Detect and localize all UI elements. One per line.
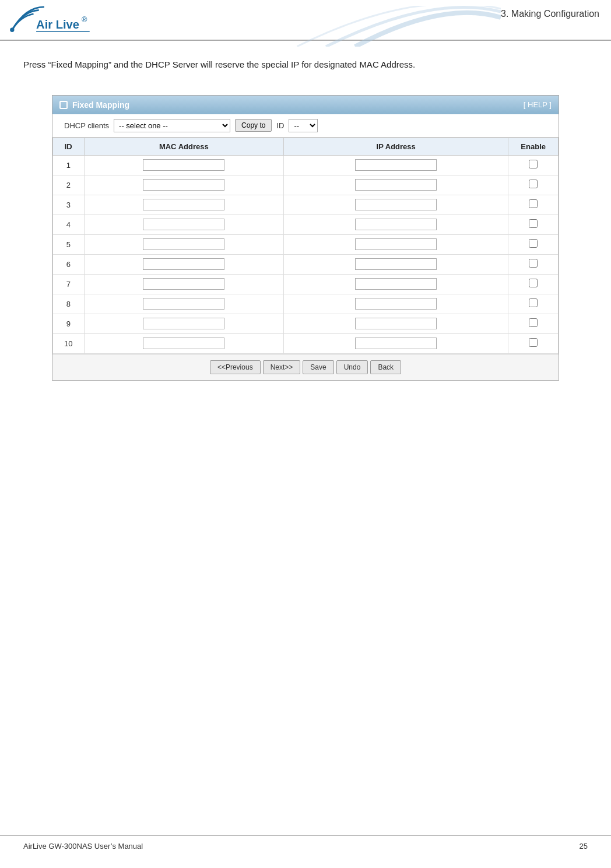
row-mac-6 [84, 254, 284, 274]
row-ip-6 [284, 254, 508, 274]
row-enable-6 [508, 254, 559, 274]
row-id-10: 10 [53, 333, 85, 353]
row-mac-8 [84, 294, 284, 314]
row-mac-7 [84, 274, 284, 294]
row-ip-3 [284, 195, 508, 215]
row-id-2: 2 [53, 175, 85, 195]
ip-input-1[interactable] [355, 159, 437, 171]
copy-to-button[interactable]: Copy to [235, 119, 272, 132]
mac-input-9[interactable] [143, 318, 224, 329]
row-id-6: 6 [53, 254, 85, 274]
save-button[interactable]: Save [303, 360, 333, 374]
enable-checkbox-9[interactable] [529, 318, 538, 327]
table-row: 10 [53, 333, 559, 353]
footer-manual-text: AirLive GW-300NAS User’s Manual [23, 842, 143, 851]
mac-input-10[interactable] [143, 338, 224, 349]
table-row: 3 [53, 195, 559, 215]
row-ip-9 [284, 314, 508, 333]
help-link[interactable]: [ HELP ] [524, 100, 552, 109]
row-ip-8 [284, 294, 508, 314]
data-table: ID MAC Address IP Address Enable 1234567… [52, 138, 559, 354]
row-enable-5 [508, 234, 559, 254]
col-enable-header: Enable [508, 138, 559, 155]
col-mac-header: MAC Address [84, 138, 284, 155]
id-select[interactable]: -- [289, 119, 318, 132]
enable-checkbox-3[interactable] [529, 199, 538, 208]
table-row: 8 [53, 294, 559, 314]
row-mac-2 [84, 175, 284, 195]
enable-checkbox-4[interactable] [529, 219, 538, 228]
dhcp-label: DHCP clients [64, 121, 109, 130]
ip-input-9[interactable] [355, 318, 437, 329]
table-row: 7 [53, 274, 559, 294]
row-id-8: 8 [53, 294, 85, 314]
ip-input-5[interactable] [355, 238, 437, 250]
svg-text:Air Live: Air Live [36, 18, 79, 31]
mac-input-6[interactable] [143, 258, 224, 270]
enable-checkbox-10[interactable] [529, 338, 538, 347]
dhcp-bar: DHCP clients -- select one -- Copy to ID… [52, 114, 559, 138]
row-ip-1 [284, 155, 508, 175]
fixed-mapping-widget: Fixed Mapping [ HELP ] DHCP clients -- s… [52, 95, 559, 381]
row-enable-2 [508, 175, 559, 195]
mac-input-5[interactable] [143, 238, 224, 250]
mac-input-8[interactable] [143, 298, 224, 310]
dhcp-select[interactable]: -- select one -- [114, 119, 230, 132]
mac-input-1[interactable] [143, 159, 224, 171]
row-ip-4 [284, 215, 508, 234]
row-ip-7 [284, 274, 508, 294]
row-mac-9 [84, 314, 284, 333]
enable-checkbox-7[interactable] [529, 279, 538, 287]
mac-input-7[interactable] [143, 278, 224, 290]
row-id-9: 9 [53, 314, 85, 333]
mac-input-4[interactable] [143, 219, 224, 230]
mac-input-2[interactable] [143, 179, 224, 191]
ip-input-3[interactable] [355, 199, 437, 210]
row-enable-10 [508, 333, 559, 353]
back-button[interactable]: Back [370, 360, 401, 374]
description-text: Press “Fixed Mapping” and the DHCP Serve… [23, 58, 588, 72]
row-ip-2 [284, 175, 508, 195]
enable-checkbox-2[interactable] [529, 180, 538, 188]
enable-checkbox-8[interactable] [529, 298, 538, 307]
svg-point-0 [10, 28, 14, 32]
ip-input-10[interactable] [355, 338, 437, 349]
mac-input-3[interactable] [143, 199, 224, 210]
row-enable-1 [508, 155, 559, 175]
table-row: 9 [53, 314, 559, 333]
previous-button[interactable]: <<Previous [210, 360, 261, 374]
enable-checkbox-5[interactable] [529, 239, 538, 248]
col-id-header: ID [53, 138, 85, 155]
footer-page-number: 25 [580, 842, 588, 851]
page-body: Press “Fixed Mapping” and the DHCP Serve… [0, 47, 611, 392]
ip-input-8[interactable] [355, 298, 437, 310]
row-mac-5 [84, 234, 284, 254]
table-row: 2 [53, 175, 559, 195]
next-button[interactable]: Next>> [263, 360, 301, 374]
svg-text:®: ® [82, 15, 87, 24]
enable-checkbox-1[interactable] [529, 160, 538, 168]
ip-input-6[interactable] [355, 258, 437, 270]
logo: Air Live ® [6, 6, 99, 40]
row-ip-10 [284, 333, 508, 353]
table-row: 6 [53, 254, 559, 274]
action-bar: <<Previous Next>> Save Undo Back [52, 354, 559, 380]
row-ip-5 [284, 234, 508, 254]
id-label: ID [276, 121, 284, 130]
ip-input-4[interactable] [355, 219, 437, 230]
ip-input-7[interactable] [355, 278, 437, 290]
table-row: 5 [53, 234, 559, 254]
ip-input-2[interactable] [355, 179, 437, 191]
widget-header: Fixed Mapping [ HELP ] [52, 96, 559, 114]
widget-title: Fixed Mapping [59, 100, 129, 110]
row-mac-3 [84, 195, 284, 215]
col-ip-header: IP Address [284, 138, 508, 155]
row-id-1: 1 [53, 155, 85, 175]
table-header-row: ID MAC Address IP Address Enable [53, 138, 559, 155]
row-enable-8 [508, 294, 559, 314]
enable-checkbox-6[interactable] [529, 259, 538, 268]
row-mac-1 [84, 155, 284, 175]
undo-button[interactable]: Undo [336, 360, 368, 374]
row-id-3: 3 [53, 195, 85, 215]
row-mac-10 [84, 333, 284, 353]
